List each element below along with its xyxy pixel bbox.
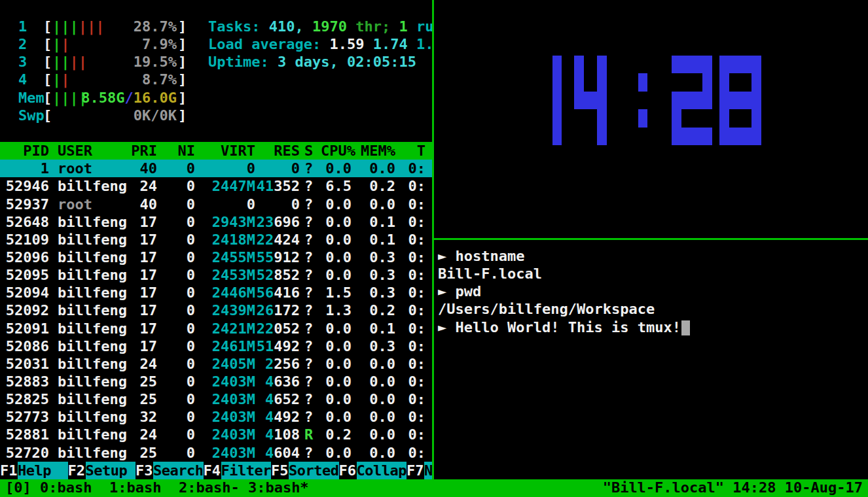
process-row[interactable]: 52086billfeng1702461M51492?0.00.30: [0, 337, 432, 355]
column-header-user[interactable]: USER [49, 142, 131, 160]
process-row[interactable]: 52095billfeng1702453M52852?0.00.30: [0, 266, 432, 284]
cell-time: 0: [395, 337, 425, 355]
cell-user: billfeng [49, 337, 131, 355]
cell-pid: 52881 [0, 426, 49, 443]
process-row[interactable]: 52109billfeng1702418M22424?0.00.10: [0, 231, 432, 248]
cell-virt: 2403M [195, 390, 255, 408]
cpu-2-value: 7.9% [52, 35, 177, 53]
fkey-label: N [424, 462, 432, 479]
fkey-f6[interactable]: F6Collap [339, 462, 407, 479]
htop-pane[interactable]: 1[||||||28.7%]2[||7.9%]3[||||19.5%]4[||8… [0, 0, 432, 479]
window-separator [92, 479, 100, 496]
process-row[interactable]: 52031billfeng2402405M2256?0.00.00: [0, 355, 432, 373]
process-row[interactable]: 52648billfeng1702943M23696?0.00.10: [0, 213, 432, 231]
column-header-cpu[interactable]: CPU% [321, 142, 352, 160]
fkey-f5[interactable]: F5Sorted [271, 462, 339, 479]
column-header-res[interactable]: RES [255, 142, 300, 160]
process-row[interactable]: 1root40000?0.00.00: [0, 160, 432, 177]
shell-command-line: ► Hello World! This is tmux! [438, 318, 868, 336]
column-header-time[interactable]: T [395, 142, 425, 160]
cell-time: 0: [395, 390, 425, 408]
column-header-ni[interactable]: NI [157, 142, 195, 160]
cell-mem: 0.1 [352, 231, 395, 248]
clock-segment [702, 128, 712, 145]
process-row[interactable]: 52091billfeng1702421M22052?0.00.10: [0, 320, 432, 337]
cell-cpu: 0.0 [321, 390, 352, 408]
cell-user: billfeng [49, 231, 131, 248]
clock-segment [574, 56, 584, 73]
window-list: 0:bash 1:bash 2:bash- 3:bash* [31, 479, 309, 496]
cell-res: 4652 [255, 390, 300, 408]
cell-user: billfeng [49, 320, 131, 337]
process-row[interactable]: 52946billfeng2402447M41352?6.50.20: [0, 177, 432, 195]
cell-virt: 2403M [195, 408, 255, 426]
column-header-pid[interactable]: PID [0, 142, 49, 160]
clock-segment [702, 109, 712, 127]
process-row[interactable]: 52937root40000?0.00.00: [0, 196, 432, 213]
shell-output: ► hostnameBill-F.local► pwd/Users/billfe… [438, 247, 868, 336]
meter-open-bracket: [ [43, 35, 52, 53]
cell-time: 0: [395, 301, 425, 319]
cell-res: 55912 [255, 248, 300, 266]
process-row[interactable]: 52094billfeng1702446M56416?1.50.30: [0, 284, 432, 301]
clock-segment [729, 128, 751, 145]
table-header-row: PIDUSERPRINIVIRTRESSCPU%MEM%T [0, 142, 432, 160]
terminal-cursor[interactable] [681, 320, 690, 335]
swap-value: 0K/0K [52, 107, 177, 124]
cell-ni: 0 [157, 408, 195, 426]
cell-pid: 52720 [0, 444, 49, 462]
cell-cpu: 0.0 [321, 337, 352, 355]
clock-segment [719, 128, 729, 145]
tasks-part [304, 18, 312, 35]
window-tab[interactable]: 0:bash [31, 479, 92, 496]
fkey-f4[interactable]: F4Filter [204, 462, 272, 479]
res-high: 26 [257, 302, 274, 318]
clock-segment [702, 73, 712, 91]
process-row[interactable]: 52096billfeng1702455M55912?0.00.30: [0, 248, 432, 266]
shell-text: /Users/billfeng/Workspace [438, 301, 655, 317]
cell-time: 0: [395, 320, 425, 337]
clock-pane[interactable] [434, 0, 868, 238]
res-high: 51 [257, 338, 274, 354]
cell-mem: 0.3 [352, 337, 395, 355]
column-header-s[interactable]: S [300, 142, 321, 160]
shell-pane[interactable]: ► hostnameBill-F.local► pwd/Users/billfe… [434, 240, 868, 479]
process-row[interactable]: 52883billfeng2502403M4636?0.00.00: [0, 373, 432, 390]
cell-user: billfeng [49, 408, 131, 426]
cell-ni: 0 [157, 301, 195, 319]
cell-state: ? [300, 248, 321, 266]
tasks-line: Tasks: 410, 1970 thr; 1 ru [208, 18, 432, 35]
fkey-label: Search [153, 462, 204, 479]
load-average-part: Load average: [208, 36, 329, 52]
cell-cpu: 0.0 [321, 408, 352, 426]
res-high: 22 [257, 231, 274, 248]
window-tab[interactable]: 3:bash* [240, 479, 309, 496]
res-high: 52 [257, 267, 274, 283]
window-tab[interactable]: 1:bash [101, 479, 162, 496]
process-row[interactable]: 52720billfeng2502403M4604?0.00.00: [0, 444, 432, 462]
clock-segment [574, 73, 584, 91]
column-header-mem[interactable]: MEM% [352, 142, 395, 160]
process-row[interactable]: 52825billfeng2502403M4652?0.00.00: [0, 390, 432, 408]
cell-res: 0 [255, 160, 300, 177]
fkey-f3[interactable]: F3Search [136, 462, 204, 479]
cpu-4-meter: 4[||8.7%] [0, 71, 432, 88]
fkey-f1[interactable]: F1Help [0, 462, 68, 479]
session-name: [0] [5, 479, 31, 496]
fkey-f7[interactable]: F7N [407, 462, 432, 479]
meter-value-part: 19.5% [134, 54, 177, 70]
column-header-pri[interactable]: PRI [131, 142, 157, 160]
cell-cpu: 0.2 [321, 426, 352, 443]
cell-ni: 0 [157, 196, 195, 213]
cell-user: billfeng [49, 213, 131, 231]
column-header-virt[interactable]: VIRT [195, 142, 255, 160]
cell-virt: 0 [195, 160, 255, 177]
cell-pid: 52648 [0, 213, 49, 231]
cell-pid: 52773 [0, 408, 49, 426]
process-row[interactable]: 52881billfeng2402403M4108R0.20.00: [0, 426, 432, 443]
process-row[interactable]: 52092billfeng1702439M26172?1.30.20: [0, 301, 432, 319]
cell-res: 51492 [255, 337, 300, 355]
window-tab[interactable]: 2:bash- [170, 479, 240, 496]
fkey-f2[interactable]: F2Setup [68, 462, 136, 479]
process-row[interactable]: 52773billfeng3202403M4492?0.00.00: [0, 408, 432, 426]
